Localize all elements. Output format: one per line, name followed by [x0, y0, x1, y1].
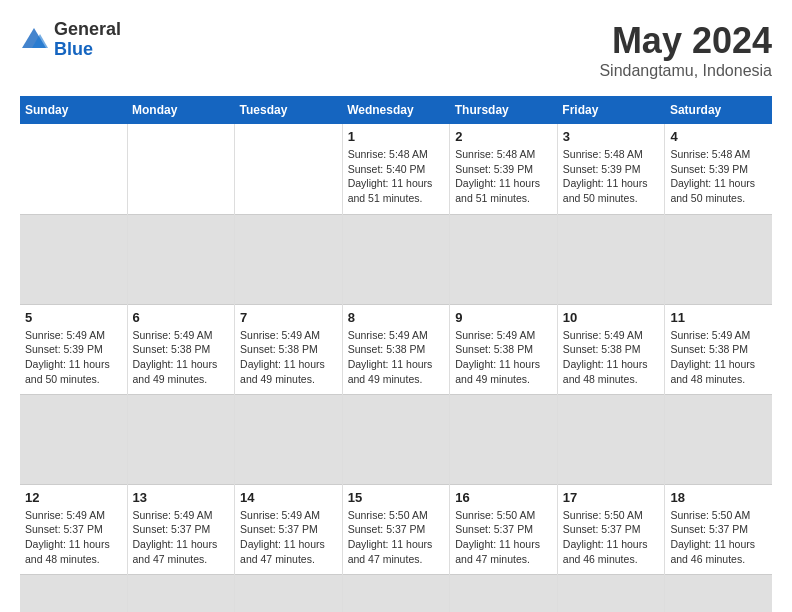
day-number: 4	[670, 129, 767, 144]
day-cell: 14Sunrise: 5:49 AMSunset: 5:37 PMDayligh…	[235, 484, 343, 574]
day-cell	[235, 124, 343, 214]
day-cell: 2Sunrise: 5:48 AMSunset: 5:39 PMDaylight…	[450, 124, 558, 214]
day-info: Sunrise: 5:50 AMSunset: 5:37 PMDaylight:…	[563, 508, 660, 567]
day-info: Sunrise: 5:50 AMSunset: 5:37 PMDaylight:…	[455, 508, 552, 567]
day-info: Sunrise: 5:49 AMSunset: 5:37 PMDaylight:…	[25, 508, 122, 567]
day-cell: 3Sunrise: 5:48 AMSunset: 5:39 PMDaylight…	[557, 124, 665, 214]
day-cell: 18Sunrise: 5:50 AMSunset: 5:37 PMDayligh…	[665, 484, 772, 574]
day-number: 16	[455, 490, 552, 505]
day-info: Sunrise: 5:49 AMSunset: 5:37 PMDaylight:…	[133, 508, 230, 567]
row-divider	[20, 214, 772, 304]
day-number: 8	[348, 310, 445, 325]
day-info: Sunrise: 5:48 AMSunset: 5:39 PMDaylight:…	[563, 147, 660, 206]
day-cell: 17Sunrise: 5:50 AMSunset: 5:37 PMDayligh…	[557, 484, 665, 574]
day-number: 14	[240, 490, 337, 505]
day-info: Sunrise: 5:49 AMSunset: 5:38 PMDaylight:…	[348, 328, 445, 387]
page-header: General Blue May 2024 Sindangtamu, Indon…	[20, 20, 772, 80]
day-number: 3	[563, 129, 660, 144]
logo-general: General	[54, 20, 121, 40]
day-cell: 13Sunrise: 5:49 AMSunset: 5:37 PMDayligh…	[127, 484, 235, 574]
logo-text: General Blue	[54, 20, 121, 60]
logo-blue: Blue	[54, 40, 121, 60]
day-number: 18	[670, 490, 767, 505]
day-cell: 10Sunrise: 5:49 AMSunset: 5:38 PMDayligh…	[557, 304, 665, 394]
header-sunday: Sunday	[20, 96, 127, 124]
header-thursday: Thursday	[450, 96, 558, 124]
day-info: Sunrise: 5:49 AMSunset: 5:38 PMDaylight:…	[240, 328, 337, 387]
day-number: 1	[348, 129, 445, 144]
day-cell: 5Sunrise: 5:49 AMSunset: 5:39 PMDaylight…	[20, 304, 127, 394]
day-cell: 15Sunrise: 5:50 AMSunset: 5:37 PMDayligh…	[342, 484, 450, 574]
day-info: Sunrise: 5:49 AMSunset: 5:38 PMDaylight:…	[563, 328, 660, 387]
day-number: 13	[133, 490, 230, 505]
day-info: Sunrise: 5:48 AMSunset: 5:39 PMDaylight:…	[670, 147, 767, 206]
day-number: 12	[25, 490, 122, 505]
calendar-table: SundayMondayTuesdayWednesdayThursdayFrid…	[20, 96, 772, 612]
logo: General Blue	[20, 20, 121, 60]
day-cell: 9Sunrise: 5:49 AMSunset: 5:38 PMDaylight…	[450, 304, 558, 394]
day-cell: 12Sunrise: 5:49 AMSunset: 5:37 PMDayligh…	[20, 484, 127, 574]
day-info: Sunrise: 5:50 AMSunset: 5:37 PMDaylight:…	[348, 508, 445, 567]
day-info: Sunrise: 5:48 AMSunset: 5:40 PMDaylight:…	[348, 147, 445, 206]
day-cell	[20, 124, 127, 214]
week-row-3: 12Sunrise: 5:49 AMSunset: 5:37 PMDayligh…	[20, 484, 772, 574]
day-number: 2	[455, 129, 552, 144]
week-row-2: 5Sunrise: 5:49 AMSunset: 5:39 PMDaylight…	[20, 304, 772, 394]
header-tuesday: Tuesday	[235, 96, 343, 124]
header-monday: Monday	[127, 96, 235, 124]
row-divider	[20, 394, 772, 484]
day-number: 7	[240, 310, 337, 325]
day-cell: 7Sunrise: 5:49 AMSunset: 5:38 PMDaylight…	[235, 304, 343, 394]
day-cell: 6Sunrise: 5:49 AMSunset: 5:38 PMDaylight…	[127, 304, 235, 394]
day-number: 10	[563, 310, 660, 325]
row-divider	[20, 574, 772, 612]
day-number: 6	[133, 310, 230, 325]
header-saturday: Saturday	[665, 96, 772, 124]
calendar-title: May 2024	[599, 20, 772, 62]
day-cell: 16Sunrise: 5:50 AMSunset: 5:37 PMDayligh…	[450, 484, 558, 574]
day-info: Sunrise: 5:50 AMSunset: 5:37 PMDaylight:…	[670, 508, 767, 567]
day-cell: 4Sunrise: 5:48 AMSunset: 5:39 PMDaylight…	[665, 124, 772, 214]
header-friday: Friday	[557, 96, 665, 124]
day-number: 15	[348, 490, 445, 505]
day-cell	[127, 124, 235, 214]
week-row-1: 1Sunrise: 5:48 AMSunset: 5:40 PMDaylight…	[20, 124, 772, 214]
day-info: Sunrise: 5:49 AMSunset: 5:38 PMDaylight:…	[455, 328, 552, 387]
day-info: Sunrise: 5:49 AMSunset: 5:37 PMDaylight:…	[240, 508, 337, 567]
day-number: 17	[563, 490, 660, 505]
day-number: 5	[25, 310, 122, 325]
day-info: Sunrise: 5:49 AMSunset: 5:38 PMDaylight:…	[133, 328, 230, 387]
day-cell: 8Sunrise: 5:49 AMSunset: 5:38 PMDaylight…	[342, 304, 450, 394]
calendar-subtitle: Sindangtamu, Indonesia	[599, 62, 772, 80]
day-number: 11	[670, 310, 767, 325]
day-number: 9	[455, 310, 552, 325]
day-info: Sunrise: 5:48 AMSunset: 5:39 PMDaylight:…	[455, 147, 552, 206]
header-row: SundayMondayTuesdayWednesdayThursdayFrid…	[20, 96, 772, 124]
day-info: Sunrise: 5:49 AMSunset: 5:38 PMDaylight:…	[670, 328, 767, 387]
day-info: Sunrise: 5:49 AMSunset: 5:39 PMDaylight:…	[25, 328, 122, 387]
header-wednesday: Wednesday	[342, 96, 450, 124]
title-block: May 2024 Sindangtamu, Indonesia	[599, 20, 772, 80]
day-cell: 11Sunrise: 5:49 AMSunset: 5:38 PMDayligh…	[665, 304, 772, 394]
logo-icon	[20, 26, 48, 54]
day-cell: 1Sunrise: 5:48 AMSunset: 5:40 PMDaylight…	[342, 124, 450, 214]
